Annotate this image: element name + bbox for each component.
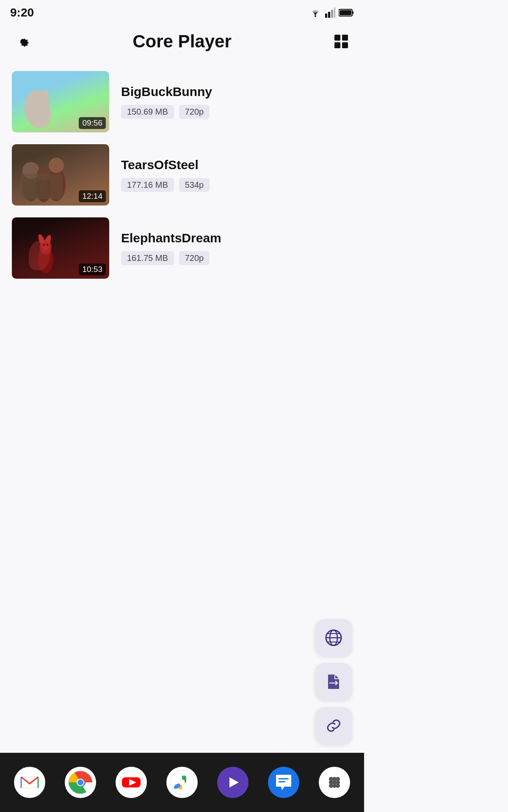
photos-app-icon bbox=[166, 767, 198, 798]
svg-rect-11 bbox=[342, 42, 348, 48]
video-size: 177.16 MB bbox=[121, 178, 174, 192]
video-title: ElephantsDream bbox=[121, 231, 352, 245]
video-item[interactable]: 12:14 TearsOfSteel 177.16 MB 534p bbox=[8, 138, 356, 211]
status-icons bbox=[309, 8, 354, 18]
video-info: BigBuckBunny 150.69 MB 720p bbox=[121, 85, 352, 119]
svg-point-16 bbox=[36, 107, 39, 109]
svg-point-15 bbox=[33, 103, 45, 115]
svg-point-24 bbox=[37, 167, 50, 181]
video-title: TearsOfSteel bbox=[121, 158, 352, 172]
youtube-app-icon bbox=[116, 767, 147, 798]
video-thumbnail: 12:14 bbox=[12, 144, 109, 206]
video-info: TearsOfSteel 177.16 MB 534p bbox=[121, 158, 352, 192]
svg-point-12 bbox=[28, 103, 51, 128]
video-resolution: 720p bbox=[179, 251, 210, 265]
messages-app-icon bbox=[268, 767, 299, 798]
settings-button[interactable] bbox=[12, 30, 34, 52]
svg-point-29 bbox=[41, 241, 50, 250]
svg-rect-49 bbox=[279, 778, 289, 779]
svg-rect-1 bbox=[325, 14, 327, 18]
svg-rect-9 bbox=[342, 35, 348, 41]
svg-point-17 bbox=[40, 107, 43, 109]
svg-point-47 bbox=[179, 779, 185, 785]
battery-icon bbox=[339, 8, 354, 17]
svg-rect-3 bbox=[331, 10, 333, 18]
launcher-app-icon bbox=[319, 767, 350, 798]
video-player-app-icon bbox=[217, 767, 248, 798]
video-info: ElephantsDream 161.75 MB 720p bbox=[121, 231, 352, 265]
svg-point-13 bbox=[29, 91, 42, 111]
svg-point-19 bbox=[22, 172, 39, 201]
svg-point-31 bbox=[47, 244, 49, 246]
svg-point-0 bbox=[315, 15, 316, 17]
chrome-app-icon bbox=[65, 767, 96, 798]
chrome-icon[interactable] bbox=[64, 765, 97, 799]
svg-rect-8 bbox=[334, 35, 340, 41]
svg-rect-7 bbox=[340, 10, 351, 15]
gmail-app-icon bbox=[14, 767, 45, 798]
svg-rect-50 bbox=[279, 781, 285, 782]
svg-point-23 bbox=[36, 175, 51, 202]
video-duration: 09:56 bbox=[79, 117, 106, 129]
video-size: 150.69 MB bbox=[121, 105, 174, 119]
video-meta: 150.69 MB 720p bbox=[121, 105, 352, 119]
video-item[interactable]: 10:53 ElephantsDream 161.75 MB 720p bbox=[8, 211, 356, 285]
video-meta: 177.16 MB 534p bbox=[121, 178, 352, 192]
status-bar: 9:20 bbox=[0, 0, 364, 24]
svg-point-59 bbox=[336, 784, 340, 788]
svg-point-22 bbox=[49, 158, 64, 173]
svg-rect-2 bbox=[328, 12, 330, 18]
gmail-icon[interactable] bbox=[13, 765, 47, 799]
page-title: Core Player bbox=[34, 31, 330, 52]
svg-rect-10 bbox=[334, 42, 340, 48]
grid-view-button[interactable] bbox=[330, 30, 352, 52]
open-url-button[interactable] bbox=[315, 707, 352, 744]
svg-point-42 bbox=[77, 779, 83, 785]
video-duration: 10:53 bbox=[79, 263, 106, 275]
svg-point-14 bbox=[37, 88, 50, 109]
photos-icon[interactable] bbox=[165, 765, 199, 799]
video-resolution: 720p bbox=[179, 105, 210, 119]
top-bar: Core Player bbox=[0, 24, 364, 61]
video-thumbnail: 09:56 bbox=[12, 71, 109, 132]
svg-point-30 bbox=[43, 244, 45, 246]
video-list: 09:56 BigBuckBunny 150.69 MB 720p 12:14 … bbox=[0, 61, 364, 289]
signal-icon bbox=[325, 8, 335, 18]
video-title: BigBuckBunny bbox=[121, 85, 352, 99]
bottom-nav bbox=[0, 753, 364, 812]
video-thumbnail: 10:53 bbox=[12, 217, 109, 279]
youtube-icon[interactable] bbox=[114, 765, 148, 799]
status-time: 9:20 bbox=[10, 6, 34, 19]
video-player-icon[interactable] bbox=[216, 765, 250, 799]
svg-marker-48 bbox=[229, 777, 239, 787]
video-size: 161.75 MB bbox=[121, 251, 174, 265]
network-stream-button[interactable] bbox=[315, 619, 352, 656]
fab-container bbox=[315, 619, 352, 744]
svg-point-18 bbox=[37, 109, 41, 112]
video-resolution: 534p bbox=[179, 178, 210, 192]
open-file-button[interactable] bbox=[315, 663, 352, 700]
svg-point-20 bbox=[22, 162, 39, 179]
svg-rect-6 bbox=[352, 11, 353, 14]
wifi-icon bbox=[309, 8, 322, 18]
video-meta: 161.75 MB 720p bbox=[121, 251, 352, 265]
svg-rect-4 bbox=[334, 8, 335, 18]
video-item[interactable]: 09:56 BigBuckBunny 150.69 MB 720p bbox=[8, 65, 356, 138]
launcher-icon[interactable] bbox=[318, 765, 351, 799]
video-duration: 12:14 bbox=[79, 190, 106, 202]
messages-icon[interactable] bbox=[267, 765, 301, 799]
